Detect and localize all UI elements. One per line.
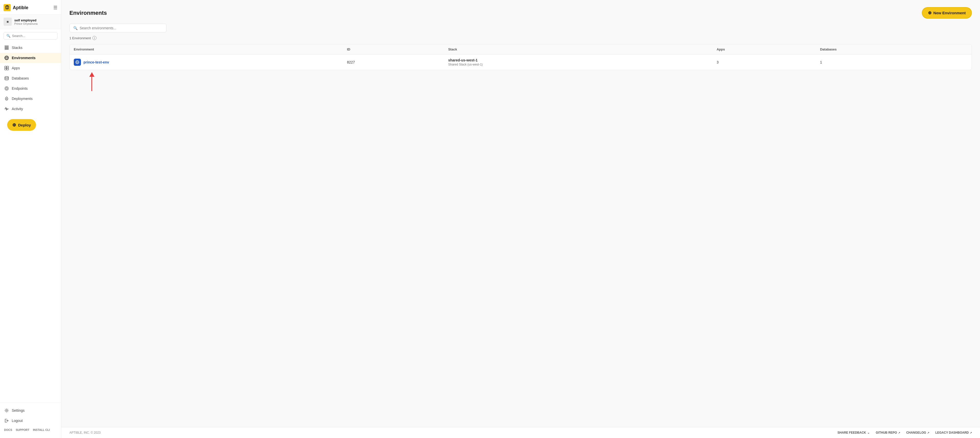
deploy-button[interactable]: ⊕ Deploy (7, 119, 36, 131)
search-environments-icon: 🔍 (73, 26, 78, 30)
footer-changelog[interactable]: CHANGELOG ↗ (906, 431, 929, 435)
footer-github-repo[interactable]: GITHUB REPO ↗ (876, 431, 900, 435)
apps-icon (4, 65, 9, 71)
sidebar-item-logout[interactable]: Logout (0, 416, 61, 426)
table-row: prince-test-env 8227 shared-us-west-1 Sh… (70, 54, 972, 70)
search-environments-input[interactable] (80, 26, 162, 30)
svg-point-14 (5, 87, 8, 90)
deployments-icon (4, 96, 9, 101)
page-header: Environments ⊕ New Environment (69, 7, 972, 19)
env-name-cell: prince-test-env (70, 54, 343, 70)
footer-links: SHARE FEEDBACK ⌄ GITHUB REPO ↗ CHANGELOG… (838, 431, 972, 435)
sidebar-footer-links: DOCS SUPPORT INSTALL CLI (0, 426, 61, 435)
svg-point-13 (6, 88, 8, 89)
svg-point-15 (6, 98, 7, 100)
sidebar-item-stacks[interactable]: Stacks (0, 43, 61, 53)
col-header-id: ID (343, 44, 444, 54)
sidebar-item-logout-label: Logout (12, 419, 23, 423)
org-name: self employed (14, 18, 38, 22)
col-header-databases: Databases (816, 44, 972, 54)
sidebar-item-environments-label: Environments (12, 56, 35, 60)
sidebar-item-activity[interactable]: Activity (0, 104, 61, 114)
svg-rect-10 (5, 68, 6, 70)
footer-copyright: APTIBLE, INC. © 2023 (69, 431, 100, 435)
sidebar-search-box[interactable]: 🔍 (3, 32, 57, 40)
arrow-head (89, 72, 94, 77)
org-block[interactable]: ■ self employed Prince Onyeanuna (0, 14, 61, 29)
github-external-icon: ↗ (898, 432, 900, 434)
legacy-dashboard-label: LEGACY DASHBOARD (935, 431, 969, 435)
stack-name: shared-us-west-1 (448, 58, 708, 62)
aptible-logo-icon (3, 4, 11, 11)
footer-share-feedback[interactable]: SHARE FEEDBACK ⌄ (838, 431, 870, 435)
footer-link-install-cli[interactable]: INSTALL CLI (33, 428, 50, 432)
sidebar-item-apps-label: Apps (12, 66, 20, 70)
sidebar-search-input[interactable] (12, 34, 55, 38)
env-apps-cell: 3 (713, 54, 816, 70)
environments-table: Environment ID Stack Apps Databases (70, 44, 972, 70)
org-text: self employed Prince Onyeanuna (14, 18, 38, 25)
env-count-info-icon[interactable]: i (92, 36, 97, 40)
svg-rect-11 (7, 68, 9, 70)
share-feedback-label: SHARE FEEDBACK (838, 431, 866, 435)
env-table: Environment ID Stack Apps Databases (69, 44, 972, 70)
svg-rect-3 (5, 49, 9, 50)
github-repo-label: GITHUB REPO (876, 431, 897, 435)
sidebar-header: Aptible ☰ (0, 0, 61, 14)
org-sub-name: Prince Onyeanuna (14, 22, 38, 25)
svg-rect-4 (5, 46, 9, 46)
col-header-environment: Environment (70, 44, 343, 54)
footer-legacy-dashboard[interactable]: LEGACY DASHBOARD ↗ (935, 431, 972, 435)
svg-point-12 (5, 76, 8, 78)
sidebar-item-endpoints-label: Endpoints (12, 86, 27, 90)
col-header-stack: Stack (444, 44, 713, 54)
sidebar-item-databases[interactable]: Databases (0, 73, 61, 83)
red-arrow-container (69, 73, 972, 93)
new-env-plus-icon: ⊕ (928, 10, 932, 16)
logo: Aptible (3, 4, 28, 11)
stacks-icon (4, 45, 9, 50)
env-name-link[interactable]: prince-test-env (83, 60, 109, 64)
env-databases-cell: 1 (816, 54, 972, 70)
svg-rect-1 (5, 47, 9, 48)
sidebar-item-apps[interactable]: Apps (0, 63, 61, 73)
sidebar-item-databases-label: Databases (12, 76, 29, 80)
sidebar-item-endpoints[interactable]: Endpoints (0, 83, 61, 94)
content-area: Environments ⊕ New Environment 🔍 1 Envir… (61, 0, 980, 427)
hamburger-icon[interactable]: ☰ (53, 5, 57, 10)
share-feedback-chevron: ⌄ (867, 431, 870, 435)
footer-link-docs[interactable]: DOCS (4, 428, 12, 432)
endpoints-icon (4, 86, 9, 91)
sidebar-item-stacks-label: Stacks (12, 46, 22, 50)
svg-rect-8 (5, 66, 6, 68)
page-title: Environments (69, 10, 107, 16)
logo-text: Aptible (13, 5, 28, 10)
env-count-label: 1 Environment (69, 36, 91, 40)
sidebar-item-deployments[interactable]: Deployments (0, 94, 61, 104)
new-environment-button[interactable]: ⊕ New Environment (922, 7, 972, 19)
nav-section: Stacks Environments Apps Databases (0, 43, 61, 403)
activity-icon (4, 106, 9, 111)
new-env-label: New Environment (933, 11, 966, 15)
red-arrow (91, 73, 92, 91)
changelog-external-icon: ↗ (927, 432, 929, 434)
footer-link-support[interactable]: SUPPORT (16, 428, 29, 432)
sidebar-item-settings-label: Settings (12, 408, 25, 413)
env-id-cell: 8227 (343, 54, 444, 70)
svg-point-16 (6, 410, 7, 411)
svg-rect-2 (5, 48, 9, 49)
org-icon: ■ (3, 17, 12, 26)
sidebar-item-activity-label: Activity (12, 107, 23, 111)
stack-sub: Shared Stack (us-west-1) (448, 63, 708, 66)
environments-icon (4, 56, 9, 60)
legacy-external-icon: ↗ (970, 432, 972, 434)
sidebar-item-settings[interactable]: Settings (0, 405, 61, 416)
deploy-label: Deploy (18, 123, 31, 127)
sidebar-item-environments[interactable]: Environments (0, 53, 61, 63)
env-count: 1 Environment i (69, 36, 972, 40)
env-globe-icon (74, 59, 81, 66)
deploy-plus-icon: ⊕ (12, 122, 16, 128)
settings-icon (4, 408, 9, 413)
arrow-shaft (91, 77, 92, 91)
search-environments-box[interactable]: 🔍 (69, 24, 166, 32)
